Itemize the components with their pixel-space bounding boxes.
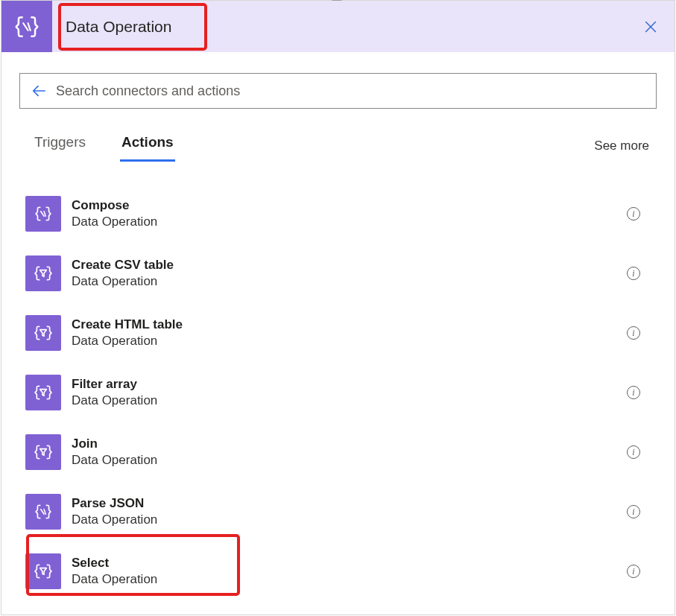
info-icon[interactable]: i — [627, 565, 640, 578]
tab-triggers[interactable]: Triggers — [33, 130, 87, 162]
info-icon[interactable]: i — [627, 207, 640, 220]
action-text: Filter arrayData Operation — [72, 377, 627, 408]
action-icon — [25, 375, 61, 410]
connector-panel: Data Operation Triggers Actions See more… — [1, 0, 675, 615]
filter-braces-icon — [34, 562, 53, 581]
action-icon — [25, 494, 61, 530]
action-title: Parse JSON — [72, 496, 627, 511]
panel-header: Data Operation — [1, 1, 675, 52]
action-title: Create CSV table — [72, 258, 627, 273]
back-button[interactable] — [31, 83, 47, 99]
action-title: Join — [72, 436, 627, 451]
close-button[interactable] — [640, 16, 661, 37]
info-icon[interactable]: i — [627, 386, 640, 399]
filter-braces-icon — [34, 264, 53, 283]
action-text: SelectData Operation — [72, 556, 627, 587]
actions-list: ComposeData OperationiCreate CSV tableDa… — [19, 184, 657, 601]
search-box[interactable] — [19, 73, 657, 109]
connector-icon — [1, 1, 52, 52]
action-text: Create HTML tableData Operation — [72, 317, 627, 349]
panel-title: Data Operation — [52, 18, 171, 36]
action-item[interactable]: JoinData Operationi — [21, 422, 655, 482]
action-subtitle: Data Operation — [72, 453, 627, 468]
close-icon — [642, 19, 659, 35]
arrow-left-icon — [31, 83, 47, 99]
info-icon[interactable]: i — [627, 505, 640, 518]
action-title: Compose — [72, 198, 627, 213]
code-braces-icon — [34, 502, 53, 521]
action-item[interactable]: Create CSV tableData Operationi — [21, 244, 655, 303]
action-subtitle: Data Operation — [72, 215, 627, 229]
filter-braces-icon — [34, 323, 53, 343]
filter-braces-icon — [34, 442, 53, 462]
action-item[interactable]: Filter arrayData Operationi — [21, 363, 655, 422]
action-subtitle: Data Operation — [72, 512, 627, 527]
action-text: JoinData Operation — [72, 436, 627, 468]
action-item[interactable]: Parse JSONData Operationi — [21, 482, 655, 542]
action-subtitle: Data Operation — [72, 274, 627, 289]
search-input[interactable] — [56, 83, 645, 99]
filter-braces-icon — [34, 383, 53, 402]
action-icon — [25, 315, 61, 351]
action-icon — [25, 196, 61, 232]
see-more-link[interactable]: See more — [594, 139, 649, 153]
info-icon[interactable]: i — [627, 445, 640, 459]
action-text: Create CSV tableData Operation — [72, 258, 627, 289]
info-icon[interactable]: i — [627, 267, 640, 280]
action-icon — [25, 255, 61, 291]
action-item[interactable]: SelectData Operationi — [21, 542, 655, 601]
panel-body: Triggers Actions See more ComposeData Op… — [1, 52, 675, 601]
info-icon[interactable]: i — [627, 326, 640, 340]
action-text: Parse JSONData Operation — [72, 496, 627, 527]
action-subtitle: Data Operation — [72, 334, 627, 349]
action-title: Create HTML table — [72, 317, 627, 332]
action-icon — [25, 553, 61, 589]
code-braces-icon — [34, 204, 53, 223]
tab-actions[interactable]: Actions — [120, 130, 175, 162]
action-item[interactable]: ComposeData Operationi — [21, 184, 655, 244]
tabs-row: Triggers Actions See more — [19, 130, 657, 162]
action-item[interactable]: Create HTML tableData Operationi — [21, 303, 655, 363]
action-subtitle: Data Operation — [72, 393, 627, 408]
action-subtitle: Data Operation — [72, 572, 627, 587]
action-text: ComposeData Operation — [72, 198, 627, 229]
action-icon — [25, 434, 61, 470]
action-title: Select — [72, 556, 627, 571]
action-title: Filter array — [72, 377, 627, 392]
code-braces-icon — [13, 13, 41, 41]
